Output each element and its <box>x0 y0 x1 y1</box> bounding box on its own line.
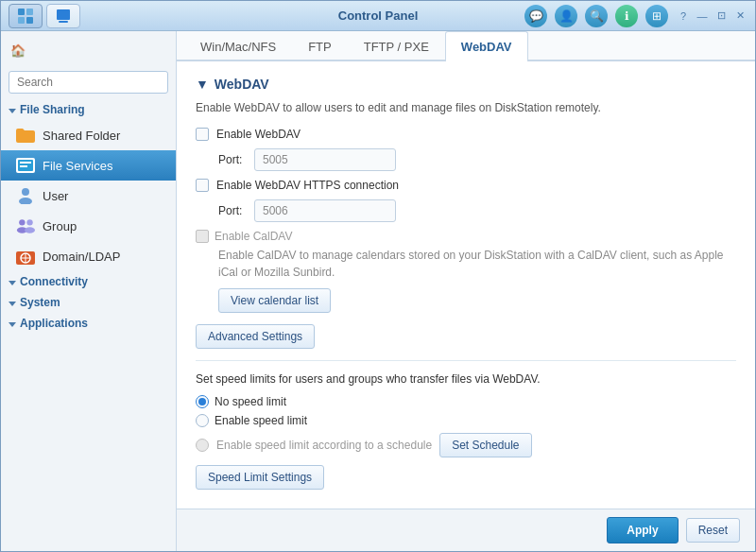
sidebar-item-user[interactable]: User <box>1 181 176 211</box>
webdav-port-row: Port: <box>196 148 736 171</box>
tab-win-mac-nfs[interactable]: Win/Mac/NFS <box>184 31 292 61</box>
svg-rect-2 <box>18 17 25 24</box>
window: Control Panel 💬 👤 🔍 ℹ ⊞ ? — ⊡ ✕ 🏠 <box>0 0 756 552</box>
connectivity-chevron-icon <box>9 275 16 288</box>
reset-button[interactable]: Reset <box>686 518 740 543</box>
sidebar-item-shared-folder[interactable]: Shared Folder <box>1 120 176 150</box>
section-divider <box>196 360 736 361</box>
svg-point-14 <box>26 219 32 225</box>
sidebar-item-domain-ldap-label: Domain/LDAP <box>43 250 120 264</box>
window-controls: ? — ⊡ ✕ <box>676 9 747 24</box>
enable-caldav-checkbox[interactable] <box>196 230 209 243</box>
sidebar-home-btn[interactable]: 🏠 <box>1 35 176 65</box>
sidebar: 🏠 File Sharing Shared Folder <box>1 31 177 551</box>
sidebar-section-file-sharing[interactable]: File Sharing <box>1 99 176 120</box>
maximize-btn[interactable]: ⊡ <box>713 9 729 24</box>
sidebar-section-file-sharing-label: File Sharing <box>20 103 85 116</box>
svg-rect-9 <box>20 165 27 167</box>
schedule-speed-limit-label: Enable speed limit according to a schedu… <box>216 439 432 452</box>
webdav-port-input[interactable] <box>254 148 396 171</box>
titlebar-app-icon <box>9 4 80 28</box>
enable-speed-limit-radio[interactable] <box>196 414 209 427</box>
no-speed-limit-label: No speed limit <box>215 395 286 408</box>
enable-webdav-https-label[interactable]: Enable WebDAV HTTPS connection <box>216 179 399 192</box>
advanced-settings-btn[interactable]: Advanced Settings <box>196 324 315 349</box>
file-services-icon <box>16 156 35 175</box>
panel-content: ▼ WebDAV Enable WebDAV to allow users to… <box>177 61 755 509</box>
sidebar-item-domain-ldap[interactable]: Domain/LDAP <box>1 241 176 271</box>
speed-limit-settings-container: Speed Limit Settings <box>196 465 736 490</box>
svg-rect-1 <box>26 9 33 15</box>
footer: Apply Reset <box>177 509 755 551</box>
layout-icon-btn[interactable]: ⊞ <box>645 5 668 27</box>
chevron-down-icon <box>9 103 16 116</box>
sidebar-item-group[interactable]: Group <box>1 211 176 241</box>
https-port-input[interactable] <box>254 199 396 222</box>
sidebar-section-applications-label: Applications <box>20 317 88 330</box>
applications-chevron-icon <box>9 317 16 330</box>
minimize-btn[interactable]: — <box>695 9 710 24</box>
search-icon-btn[interactable]: 🔍 <box>585 5 608 27</box>
enable-webdav-https-checkbox[interactable] <box>196 179 209 192</box>
caldav-description: Enable CalDAV to manage calendars stored… <box>196 247 736 281</box>
set-schedule-btn[interactable]: Set Schedule <box>439 433 531 457</box>
apply-button[interactable]: Apply <box>607 517 678 543</box>
enable-speed-limit-label: Enable speed limit <box>215 414 307 427</box>
system-chevron-icon <box>9 296 16 309</box>
enable-caldav-label: Enable CalDAV <box>215 230 293 243</box>
chat-icon-btn[interactable]: 💬 <box>524 5 547 27</box>
close-btn[interactable]: ✕ <box>732 9 747 24</box>
titlebar: Control Panel 💬 👤 🔍 ℹ ⊞ ? — ⊡ ✕ <box>1 1 755 31</box>
sidebar-section-connectivity[interactable]: Connectivity <box>1 271 176 292</box>
sidebar-section-applications[interactable]: Applications <box>1 313 176 334</box>
sidebar-section-connectivity-label: Connectivity <box>20 275 88 288</box>
schedule-speed-limit-radio[interactable] <box>196 439 209 452</box>
view-calendar-list-btn[interactable]: View calendar list <box>218 288 331 313</box>
no-speed-limit-radio[interactable] <box>196 395 209 408</box>
enable-caldav-row: Enable CalDAV <box>196 230 736 243</box>
svg-point-11 <box>19 198 32 204</box>
tab-ftp[interactable]: FTP <box>292 31 348 61</box>
group-icon <box>16 216 35 235</box>
tab-webdav[interactable]: WebDAV <box>445 31 528 61</box>
folder-icon <box>16 126 35 145</box>
sidebar-item-group-label: Group <box>43 219 77 233</box>
enable-webdav-https-row: Enable WebDAV HTTPS connection <box>196 179 736 192</box>
panel-toggle-icon: ▼ <box>196 77 209 92</box>
sidebar-section-system-label: System <box>20 296 60 309</box>
port-label: Port: <box>218 153 247 166</box>
user-icon-btn[interactable]: 👤 <box>555 5 577 27</box>
help-btn[interactable]: ? <box>676 9 691 24</box>
home-icon: 🏠 <box>9 41 27 60</box>
main-area: 🏠 File Sharing Shared Folder <box>1 31 755 551</box>
window-title: Control Panel <box>338 9 419 23</box>
sidebar-section-system[interactable]: System <box>1 292 176 313</box>
sidebar-item-file-services-label: File Services <box>43 159 112 173</box>
user-icon <box>16 186 35 205</box>
titlebar-right: 💬 👤 🔍 ℹ ⊞ ? — ⊡ ✕ <box>524 5 747 27</box>
sidebar-item-user-label: User <box>43 189 68 203</box>
search-input[interactable] <box>9 71 168 94</box>
tab-tftp-pxe[interactable]: TFTP / PXE <box>348 31 445 61</box>
advanced-settings-container: Advanced Settings <box>196 324 736 349</box>
panel-section-header: ▼ WebDAV <box>196 77 736 92</box>
schedule-speed-limit-row: Enable speed limit according to a schedu… <box>196 433 736 457</box>
enable-speed-limit-row: Enable speed limit <box>196 414 736 427</box>
enable-webdav-label[interactable]: Enable WebDAV <box>216 128 301 141</box>
taskbar-btn-1[interactable] <box>9 4 43 28</box>
speed-limit-settings-btn[interactable]: Speed Limit Settings <box>196 465 324 490</box>
svg-rect-0 <box>18 9 25 15</box>
https-port-row: Port: <box>196 199 736 222</box>
enable-webdav-row: Enable WebDAV <box>196 128 736 141</box>
sidebar-item-file-services[interactable]: File Services <box>1 150 176 181</box>
https-port-label: Port: <box>218 204 247 217</box>
svg-rect-5 <box>59 21 68 23</box>
panel-section-title: WebDAV <box>215 77 269 92</box>
svg-rect-4 <box>57 9 70 20</box>
info-icon-btn[interactable]: ℹ <box>615 5 638 27</box>
content-area: Win/Mac/NFS FTP TFTP / PXE WebDAV ▼ WebD… <box>177 31 755 551</box>
svg-rect-3 <box>26 17 33 24</box>
enable-webdav-checkbox[interactable] <box>196 128 209 141</box>
taskbar-btn-2[interactable] <box>46 4 80 28</box>
svg-point-15 <box>25 227 35 233</box>
